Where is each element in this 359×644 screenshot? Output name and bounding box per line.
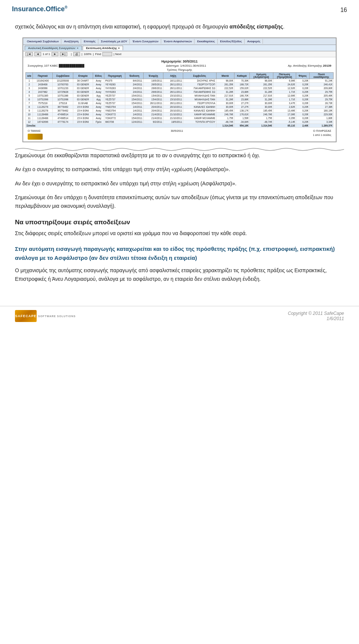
table-cell: 2/4/2011: [125, 86, 143, 90]
table-cell: 21/4/2011: [143, 116, 163, 120]
table-row: 324389981070123303 GENERΑναγYHY82832/4/2…: [26, 86, 334, 90]
table-cell: ΚΑΝΑΛΕΣ ΙΩΑΝΝΗ: [183, 105, 216, 109]
pages-indicator: 1 από 1 σελίδες: [313, 134, 331, 140]
report-meta: Συνεργάτης 107 ΚΑΒC ████████████ Διάστημ…: [28, 64, 331, 67]
report-table: α/α Παρτικό Συμβόλαιο Εταιρία Είδος Περι…: [25, 72, 334, 128]
table-cell: 26/11/2011: [163, 86, 183, 90]
table-cell: 26/6/2011: [143, 90, 163, 94]
table-cell: 261,35€: [216, 83, 234, 86]
table-cell: 261,35€: [249, 83, 273, 86]
menu-item-9[interactable]: Αναφορές: [245, 39, 263, 44]
table-cell: 2436408: [33, 83, 53, 86]
nav-prev[interactable]: ◄: [34, 52, 41, 56]
table-cell: 16/5/2011: [143, 79, 163, 83]
table-cell: 28,73€: [309, 101, 333, 105]
col-kathara: Καθαρά: [234, 73, 249, 79]
table-cell: 12: [26, 120, 33, 124]
totals-label: Σύνολα:: [26, 124, 217, 128]
menu-item-5[interactable]: Έναντι Συνεργατών: [130, 39, 161, 44]
table-cell: 03 GENER: [73, 83, 93, 86]
table-cell: 16742696: [33, 120, 53, 124]
table-cell: 166,70€: [234, 94, 249, 98]
period-label: Διάστημα: 1/4/2011-30/4/2011: [166, 64, 206, 67]
table-cell: Αρχ: [93, 98, 104, 101]
table-cell: 1,75€: [216, 116, 234, 120]
table-cell: 31,28€: [216, 90, 234, 94]
para-3: Αν δεν έχει ο συνεργάτης το εισπρακτικό …: [15, 179, 344, 188]
total-mikta: 1.314,54€: [216, 124, 234, 128]
tab-receipt[interactable]: Εκτύπωση Απόδειξης ×: [83, 46, 123, 50]
footer-logo-box: SAFECAPE: [15, 310, 37, 322]
table-cell: 24,62€: [273, 83, 296, 86]
receipt-num: Αρ. Απόδειξης Είσπραξης 20139: [288, 64, 331, 67]
table-cell: 217,91€: [216, 94, 234, 98]
table-cell: 36778462: [53, 105, 73, 109]
total-kathara: 954,16€: [234, 124, 249, 128]
table-cell: 26/6/2011: [143, 86, 163, 90]
table-cell: 15 Η ΕΘΝΙ: [73, 109, 93, 113]
table-cell: 10751998: [53, 98, 73, 101]
nav-next[interactable]: ►: [52, 52, 58, 56]
header-logo: Insurance.Office®: [12, 5, 67, 13]
table-cell: 21/10/2011: [163, 116, 183, 120]
menu-item-3[interactable]: Επιταγές: [82, 39, 98, 44]
nav-first[interactable]: |◄: [25, 52, 33, 56]
report-date-bottom: 30/5/2011: [171, 129, 183, 133]
safecape-footer: 1 από 1 σελίδες: [25, 133, 334, 140]
total-foros: 2,40€: [296, 124, 309, 128]
table-cell: 30,00€: [249, 105, 273, 109]
table-cell: 101205000: [53, 79, 73, 83]
table-cell: Αναγ: [93, 79, 104, 83]
table-cell: 0,20€: [296, 86, 309, 90]
table-cell: 246,78€: [249, 113, 273, 116]
menu-item-7[interactable]: Εκκαθαρίσεις: [195, 39, 217, 44]
table-cell: 11: [26, 116, 33, 120]
table-cell: YHY8283: [104, 86, 125, 90]
table-cell: 0,20€: [296, 105, 309, 109]
find-input[interactable]: [102, 52, 112, 56]
table-cell: 0,20€: [296, 83, 309, 86]
tab-clearance[interactable]: Αναλυτική Εκκαθάριση Συνεργατών: ×: [25, 46, 82, 50]
menu-item-2[interactable]: Αναζήτηση: [62, 39, 81, 44]
table-cell: Αναγ: [93, 83, 104, 86]
table-row: 8111262783677846215 Η ΕΘΝΙΑναγYNE37941/4…: [26, 105, 334, 109]
table-cell: 29,75€: [309, 90, 333, 94]
table-cell: 10725828: [53, 90, 73, 94]
table-cell: ΤΟΥΝΤΑ ΧΡΥΣΟΥ: [183, 120, 216, 124]
table-cell: 2437982: [33, 90, 53, 94]
table-cell: 7: [26, 101, 33, 105]
table-cell: 15/4/2011: [125, 116, 143, 120]
table-cell: 26/5/2011: [143, 83, 163, 86]
col-foros: Φόρος: [296, 73, 309, 79]
logo-text: Insurance.Office: [12, 5, 65, 13]
menu-item-1[interactable]: Οικονομικά Συμβολαίων: [25, 39, 61, 44]
nav-last[interactable]: ►|: [60, 52, 67, 56]
total-pistwsi: 85,11€: [273, 124, 296, 128]
table-cell: 23,88€: [234, 98, 249, 101]
table-cell: 229,93€: [309, 113, 333, 116]
print-btn[interactable]: 🖨: [73, 52, 80, 56]
table-cell: ΚΑΝΑΛΕΣ ΙΩΑΝΝΗ: [183, 109, 216, 113]
menu-item-8[interactable]: Είσοδος/Έξοδος: [218, 39, 245, 44]
intro-text-1: σχετικός διάλογος και αν η απάντηση είνα…: [15, 24, 230, 30]
table-cell: 20/4/2011: [143, 105, 163, 109]
table-cell: YEZ5737: [104, 101, 125, 105]
copyright-text: Copyright © 2011 SafeCape: [288, 311, 344, 316]
intro-paragraph: σχετικός διάλογος και αν η απάντηση είνα…: [15, 22, 344, 31]
table-cell: 11126278: [33, 109, 53, 113]
table-cell: 1/4/2011: [125, 109, 143, 113]
menu-item-4[interactable]: Συναλλαγές με ΔΟΥ: [99, 39, 130, 44]
col-poso: Ποσόεκκαθάρισης: [309, 73, 333, 79]
table-cell: ΜΙΧΑΗΛΙΔΗΣ ΠΑΝ: [183, 94, 216, 98]
table-cell: 0,20€: [296, 79, 309, 83]
toolbar-spacer3: |: [93, 52, 93, 56]
table-cell: 3: [26, 86, 33, 90]
table-row: 9111262783677846215 Η ΕΘΝΙΑναγYNE37941/4…: [26, 109, 334, 113]
col-aa: α/α: [26, 73, 33, 79]
table-cell: YOK8772: [104, 113, 125, 116]
table-cell: 15/10/2011: [163, 98, 183, 101]
table-cell: 47498514: [53, 113, 73, 116]
section-heading: Να υποστηρίξουμε σειρές αποδείξεων: [15, 219, 344, 226]
menu-item-6[interactable]: Έναντι Ασφαλιστικών: [162, 39, 195, 44]
table-cell: 27,38€: [309, 105, 333, 109]
